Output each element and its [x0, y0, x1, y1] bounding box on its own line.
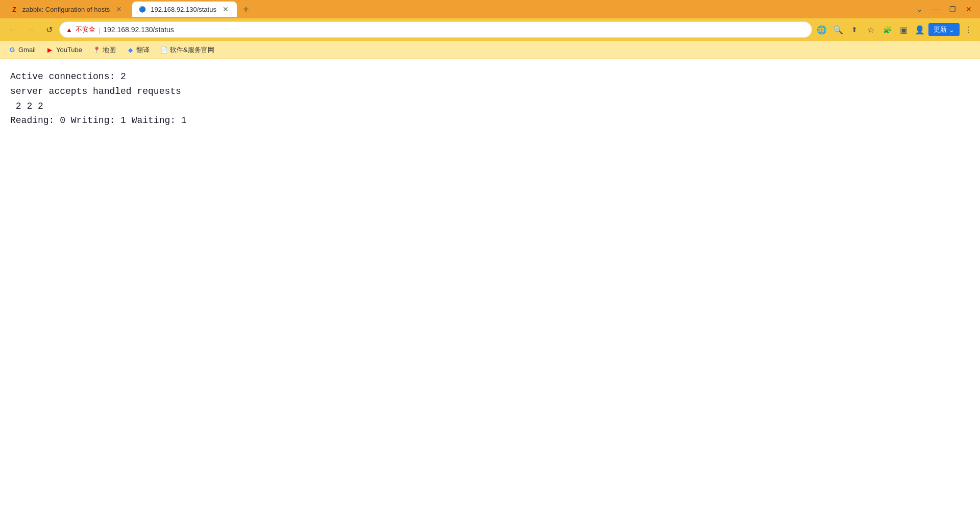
tab-status-label: 192.168.92.130/status	[151, 6, 216, 13]
bookmark-star-icon[interactable]: ☆	[863, 22, 878, 37]
bookmark-translate-label: 翻译	[136, 45, 150, 55]
share-icon[interactable]: ⬆	[847, 22, 862, 37]
bookmark-software[interactable]: 📄 软件&服务官网	[156, 43, 218, 57]
addressbar: ← → ↺ ▲ 不安全 | 192.168.92.130/status 🌐 🔍 …	[0, 18, 980, 41]
bookmark-youtube-label: YouTube	[56, 46, 82, 54]
gmail-icon: G	[8, 46, 16, 54]
tab-status-close[interactable]: ✕	[220, 4, 231, 14]
sidebar-toggle-icon[interactable]: ▣	[896, 22, 911, 37]
bookmark-maps[interactable]: 📍 地图	[88, 43, 120, 57]
bookmark-gmail-label: Gmail	[18, 46, 36, 54]
minimize-button[interactable]: —	[929, 2, 943, 16]
chevron-down-button[interactable]: ⌄	[913, 2, 927, 16]
search-icon[interactable]: 🔍	[830, 22, 846, 37]
new-tab-button[interactable]: +	[239, 2, 253, 16]
back-button[interactable]: ←	[4, 21, 20, 38]
page-content: Active connections: 2 server accepts han…	[0, 59, 980, 518]
bookmark-maps-label: 地图	[103, 45, 116, 55]
status-tab-icon: 🔵	[138, 5, 146, 13]
addressbar-actions: 🌐 🔍 ⬆ ☆ 🧩 ▣ 👤 更新 ⌄ ⋮	[814, 22, 976, 37]
translate-page-icon[interactable]: 🌐	[814, 22, 829, 37]
extensions-icon[interactable]: 🧩	[879, 22, 895, 37]
zabbix-tab-icon: Z	[10, 5, 18, 13]
menu-icon[interactable]: ⋮	[961, 22, 976, 37]
security-warning-icon: ▲	[66, 26, 72, 34]
status-output: Active connections: 2 server accepts han…	[10, 69, 970, 128]
url-text: 192.168.92.130/status	[103, 26, 805, 34]
bookmark-software-label: 软件&服务官网	[170, 45, 214, 55]
software-icon: 📄	[160, 46, 168, 54]
tab-status[interactable]: 🔵 192.168.92.130/status ✕	[132, 2, 237, 17]
reload-button[interactable]: ↺	[41, 21, 57, 38]
translate-icon: ◆	[126, 46, 134, 54]
tab-zabbix-label: zabbix: Configuration of hosts	[22, 6, 110, 13]
profile-icon[interactable]: 👤	[912, 22, 927, 37]
bookmark-gmail[interactable]: G Gmail	[4, 44, 40, 56]
close-button[interactable]: ✕	[962, 2, 976, 16]
tab-zabbix-close[interactable]: ✕	[114, 4, 124, 14]
titlebar: Z zabbix: Configuration of hosts ✕ 🔵 192…	[0, 0, 980, 18]
bookmarks-bar: G Gmail ▶ YouTube 📍 地图 ◆ 翻译 📄 软件&服务官网	[0, 41, 980, 59]
bookmark-translate[interactable]: ◆ 翻译	[122, 43, 154, 57]
url-separator: |	[99, 26, 100, 34]
url-bar[interactable]: ▲ 不安全 | 192.168.92.130/status	[59, 21, 812, 38]
update-menu-icon: ⌄	[949, 26, 954, 34]
titlebar-controls: ⌄ — ❐ ✕	[913, 2, 976, 16]
maps-icon: 📍	[92, 46, 101, 54]
update-button-label: 更新	[934, 25, 947, 34]
youtube-icon: ▶	[46, 46, 54, 54]
forward-button[interactable]: →	[22, 21, 39, 38]
bookmark-youtube[interactable]: ▶ YouTube	[42, 44, 86, 56]
update-button[interactable]: 更新 ⌄	[928, 23, 960, 36]
security-text: 不安全	[76, 25, 95, 34]
maximize-button[interactable]: ❐	[945, 2, 960, 16]
tab-zabbix[interactable]: Z zabbix: Configuration of hosts ✕	[4, 2, 130, 17]
